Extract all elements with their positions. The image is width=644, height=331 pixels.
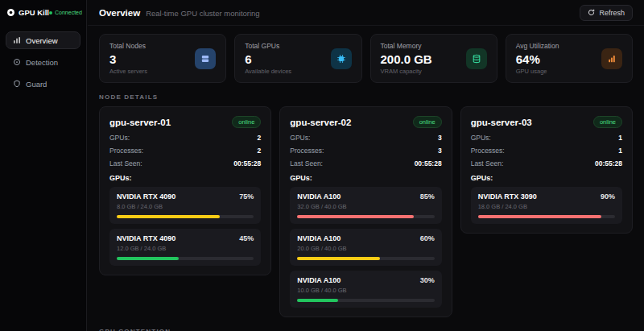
gpus-subheader: GPUs: <box>290 174 441 182</box>
info-label: GPUs: <box>290 134 310 142</box>
status-badge: online <box>232 116 261 128</box>
gpu-row: NVIDIA A100 30% 10.0 GB / 40.0 GB <box>290 271 441 308</box>
stat-value: 200.0 GB <box>381 52 432 66</box>
node-info-row: Processes: 1 <box>471 147 622 155</box>
refresh-button-label: Refresh <box>599 9 625 17</box>
stat-value: 6 <box>245 52 291 66</box>
info-label: Processes: <box>471 147 505 155</box>
logo-row: GPU Kill Connected <box>6 6 80 19</box>
gpu-row-top: NVIDIA RTX 4090 45% <box>117 234 254 242</box>
chip-icon <box>331 48 352 69</box>
sidebar-item-label: Detection <box>26 58 58 67</box>
gpu-row-top: NVIDIA A100 30% <box>297 276 434 284</box>
info-value: 2 <box>258 134 262 142</box>
gpu-name: NVIDIA A100 <box>297 234 341 242</box>
stat-card-total-nodes: Total Nodes 3 Active servers <box>99 34 226 83</box>
node-info-row: GPUs: 1 <box>471 134 622 142</box>
gpu-utilization: 75% <box>239 192 254 201</box>
status-dot-icon <box>49 11 52 14</box>
main-area: Overview Real-time GPU cluster monitorin… <box>88 0 644 331</box>
node-card-gpu-server-01: gpu-server-01 online GPUs: 2 Processes: … <box>99 106 271 275</box>
app-window: GPU Kill Connected Overview Detection <box>0 0 644 331</box>
gpu-row: NVIDIA RTX 4090 45% 12.0 GB / 24.0 GB <box>109 229 261 266</box>
info-value: 1 <box>618 134 622 142</box>
stat-card-total-gpus: Total GPUs 6 Available devices <box>234 34 361 83</box>
server-icon <box>195 48 216 69</box>
info-label: Last Seen: <box>471 159 504 168</box>
stat-text: Avg Utilization 64% GPU usage <box>516 42 559 75</box>
sidebar-item-label: Guard <box>26 80 47 89</box>
info-value: 00:55:28 <box>415 159 442 168</box>
status-badge: online <box>593 116 622 128</box>
gpus-subheader: GPUs: <box>471 174 622 182</box>
gpu-name: NVIDIA A100 <box>297 276 341 284</box>
page-header: Overview Real-time GPU cluster monitorin… <box>99 8 260 18</box>
gpu-row-top: NVIDIA A100 60% <box>297 234 434 242</box>
refresh-button[interactable]: Refresh <box>580 5 633 21</box>
status-badge: online <box>413 116 442 128</box>
node-header: gpu-server-01 online <box>109 116 261 128</box>
node-info-row: Last Seen: 00:55:28 <box>471 159 622 168</box>
gpu-memory: 32.0 GB / 40.0 GB <box>297 203 434 210</box>
gpu-memory: 12.0 GB / 24.0 GB <box>117 245 254 252</box>
gpu-row-top: NVIDIA A100 85% <box>297 192 434 201</box>
node-cards: gpu-server-01 online GPUs: 2 Processes: … <box>99 106 633 317</box>
page-title: Overview <box>99 8 140 18</box>
gpu-utilization: 60% <box>420 234 435 242</box>
utilization-bar-fill <box>297 257 379 260</box>
info-value: 2 <box>258 147 262 155</box>
utilization-bar <box>117 215 254 218</box>
utilization-bar-fill <box>297 215 414 218</box>
section-label-node-details: NODE DETAILS <box>99 93 633 101</box>
utilization-bar <box>297 215 434 218</box>
bar-chart-icon <box>13 36 21 44</box>
node-info-row: Last Seen: 00:55:28 <box>109 159 261 168</box>
stats-row: Total Nodes 3 Active servers Total GPUs … <box>99 34 633 83</box>
gpu-utilization: 45% <box>239 234 254 242</box>
utilization-bar-fill <box>117 257 179 260</box>
sidebar-item-detection[interactable]: Detection <box>6 53 80 71</box>
stat-subtitle: VRAM capacity <box>381 68 432 75</box>
node-info-row: Processes: 3 <box>290 147 441 155</box>
info-value: 3 <box>438 134 442 142</box>
gpu-memory: 8.0 GB / 24.0 GB <box>117 203 254 210</box>
stat-subtitle: Active servers <box>109 68 147 75</box>
app-logo: GPU Kill <box>6 8 49 17</box>
section-label-gpu-contention: GPU CONTENTION <box>99 328 633 331</box>
info-label: GPUs: <box>471 134 491 142</box>
node-name: gpu-server-03 <box>471 118 532 127</box>
utilization-bar-fill <box>478 215 601 218</box>
info-value: 3 <box>438 147 442 155</box>
gpu-row-top: NVIDIA RTX 3090 90% <box>478 192 615 201</box>
sidebar-item-label: Overview <box>26 36 58 45</box>
gpu-row: NVIDIA RTX 3090 90% 18.0 GB / 24.0 GB <box>471 187 622 224</box>
sidebar-item-guard[interactable]: Guard <box>6 75 80 93</box>
stat-subtitle: GPU usage <box>516 68 559 75</box>
node-name: gpu-server-02 <box>290 118 351 127</box>
info-label: Last Seen: <box>290 159 323 168</box>
content: Total Nodes 3 Active servers Total GPUs … <box>88 26 644 331</box>
stat-card-avg-utilization: Avg Utilization 64% GPU usage <box>506 34 633 83</box>
utilization-bar-fill <box>297 299 338 302</box>
stat-title: Total GPUs <box>245 42 291 50</box>
info-label: GPUs: <box>109 134 130 142</box>
node-name: gpu-server-01 <box>109 118 171 127</box>
node-info-row: GPUs: 3 <box>290 134 441 142</box>
gpu-row: NVIDIA A100 85% 32.0 GB / 40.0 GB <box>290 187 441 224</box>
gpus-subheader: GPUs: <box>109 174 261 182</box>
database-icon <box>466 48 487 69</box>
node-info-row: Last Seen: 00:55:28 <box>290 159 441 168</box>
stat-card-total-memory: Total Memory 200.0 GB VRAM capacity <box>370 34 497 83</box>
info-label: Last Seen: <box>109 159 142 168</box>
node-card-gpu-server-02: gpu-server-02 online GPUs: 3 Processes: … <box>279 106 452 317</box>
info-label: Processes: <box>290 147 324 155</box>
stat-text: Total Nodes 3 Active servers <box>109 42 147 75</box>
info-value: 1 <box>618 147 622 155</box>
gpu-utilization: 85% <box>420 192 435 201</box>
sidebar-item-overview[interactable]: Overview <box>6 31 80 49</box>
utilization-bar <box>297 257 434 260</box>
gpu-name: NVIDIA RTX 4090 <box>117 234 175 242</box>
page-subtitle: Real-time GPU cluster monitoring <box>146 9 260 18</box>
gpu-name: NVIDIA RTX 4090 <box>117 192 175 201</box>
stat-text: Total GPUs 6 Available devices <box>245 42 291 75</box>
